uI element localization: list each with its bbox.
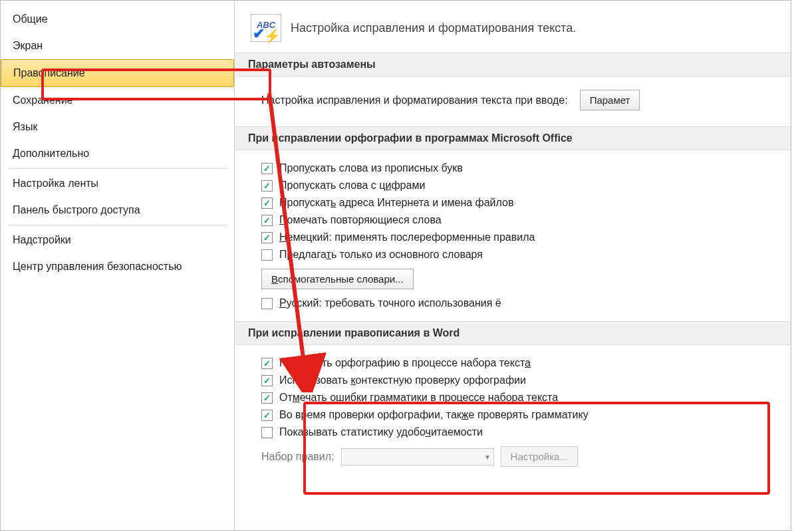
sidebar-item-trust-center[interactable]: Центр управления безопасностью <box>1 253 234 280</box>
section-autocorrect-body: Настройка исправления и форматирования т… <box>235 76 791 126</box>
checkbox-label: Проверять орфографию в процессе набора т… <box>279 357 531 369</box>
autocorrect-options-button[interactable]: Парамет <box>580 90 640 110</box>
checkbox-icon[interactable] <box>261 232 273 243</box>
section-word-header: При исправлении правописания в Word <box>235 321 791 345</box>
chevron-down-icon: ▾ <box>485 452 489 462</box>
checkbox-repeated[interactable]: Помечать повторяющиеся слова <box>261 211 777 229</box>
checkbox-grammar[interactable]: Отмечать ошибки грамматики в процессе на… <box>261 389 777 406</box>
checkbox-icon[interactable] <box>261 392 273 404</box>
spellcheck-icon: ABC ✔ ⚡ <box>251 14 281 42</box>
sidebar-item-save[interactable]: Сохранение <box>1 87 234 114</box>
checkbox-label: Немецкий: применять послереформенные пра… <box>279 231 535 243</box>
sidebar-separator <box>7 225 227 225</box>
checkbox-icon[interactable] <box>261 358 273 369</box>
checkbox-icon[interactable] <box>261 298 273 309</box>
section-office-header: При исправлении орфографии в программах … <box>235 126 791 150</box>
ruleset-row: Набор правил: ▾ Настройка... <box>261 441 777 467</box>
checkbox-russian-yo[interactable]: Русский: требовать точного использования… <box>261 295 777 312</box>
sidebar: Общие Экран Правописание Сохранение Язык… <box>1 1 235 530</box>
content-pane: ABC ✔ ⚡ Настройка исправления и форматир… <box>235 1 791 530</box>
checkbox-numbers[interactable]: Пропускать слова с цифрами <box>261 177 777 194</box>
sidebar-item-general[interactable]: Общие <box>1 6 234 33</box>
checkbox-label: Использовать контекстную проверку орфогр… <box>279 374 526 386</box>
checkbox-label: Во время проверки орфографии, также пров… <box>279 409 589 421</box>
checkbox-icon[interactable] <box>261 375 273 386</box>
section-autocorrect-header: Параметры автозамены <box>235 53 791 76</box>
options-dialog: Общие Экран Правописание Сохранение Язык… <box>0 0 791 531</box>
checkbox-internet[interactable]: Пропускать адреса Интернета и имена файл… <box>261 194 777 211</box>
sidebar-item-customize-ribbon[interactable]: Настройка ленты <box>1 170 234 197</box>
checkbox-label: Пропускать адреса Интернета и имена файл… <box>279 197 513 209</box>
checkbox-label: Показывать статистику удобочитаемости <box>279 426 483 438</box>
checkbox-icon[interactable] <box>261 198 273 209</box>
sidebar-item-addins[interactable]: Надстройки <box>1 227 234 253</box>
checkbox-german[interactable]: Немецкий: применять послереформенные пра… <box>261 229 777 246</box>
checkbox-label: Отмечать ошибки грамматики в процессе на… <box>279 392 558 404</box>
ruleset-label: Набор правил: <box>261 451 334 463</box>
checkbox-icon[interactable] <box>261 249 273 261</box>
checkbox-icon[interactable] <box>261 427 273 438</box>
checkbox-contextual[interactable]: Использовать контекстную проверку орфогр… <box>261 372 777 389</box>
sidebar-item-proofing[interactable]: Правописание <box>1 59 234 87</box>
sidebar-item-language[interactable]: Язык <box>1 114 234 140</box>
sidebar-item-advanced[interactable]: Дополнительно <box>1 140 234 167</box>
page-title: Настройка исправления и форматирования т… <box>291 21 576 35</box>
checkbox-uppercase[interactable]: Пропускать слова из прописных букв <box>261 160 777 177</box>
section-word-body: Проверять орфографию в процессе набора т… <box>235 345 791 476</box>
custom-dictionaries-button[interactable]: Вспомогательные словари... <box>261 269 414 289</box>
checkbox-icon[interactable] <box>261 215 273 226</box>
sidebar-item-quick-access[interactable]: Панель быстрого доступа <box>1 197 234 223</box>
autocorrect-desc: Настройка исправления и форматирования т… <box>261 94 568 106</box>
sidebar-separator <box>7 168 227 169</box>
ruleset-select[interactable]: ▾ <box>341 448 494 466</box>
checkbox-grammar-with-spelling[interactable]: Во время проверки орфографии, также пров… <box>261 406 777 424</box>
checkbox-label: Пропускать слова из прописных букв <box>279 162 463 174</box>
checkbox-check-spelling[interactable]: Проверять орфографию в процессе набора т… <box>261 354 777 372</box>
checkbox-icon[interactable] <box>261 410 273 421</box>
checkbox-label: Русский: требовать точного использования… <box>279 297 501 309</box>
ruleset-settings-button: Настройка... <box>501 446 578 467</box>
checkbox-icon[interactable] <box>261 163 273 174</box>
checkbox-icon[interactable] <box>261 180 273 192</box>
section-office-body: Пропускать слова из прописных букв Пропу… <box>235 150 791 321</box>
page-header: ABC ✔ ⚡ Настройка исправления и форматир… <box>235 10 791 53</box>
checkbox-label: Помечать повторяющиеся слова <box>279 214 442 226</box>
checkbox-label: Предлагать только из основного словаря <box>279 249 483 261</box>
checkbox-readability[interactable]: Показывать статистику удобочитаемости <box>261 424 777 441</box>
checkbox-label: Пропускать слова с цифрами <box>279 180 425 192</box>
sidebar-item-display[interactable]: Экран <box>1 33 234 59</box>
checkbox-main-dict[interactable]: Предлагать только из основного словаря <box>261 246 777 263</box>
